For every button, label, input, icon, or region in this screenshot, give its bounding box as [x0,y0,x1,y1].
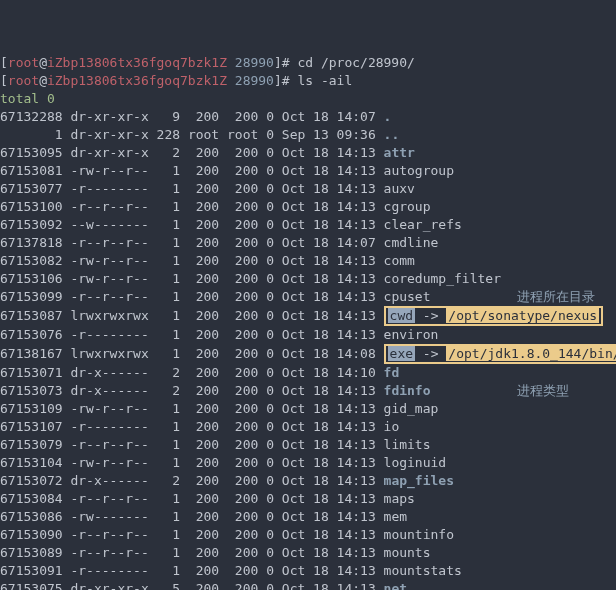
dir-name: fdinfo [384,383,431,398]
file-name: mountinfo [384,527,454,542]
file-name: cpuset [384,289,431,304]
ls-row: 67153073 dr-x------ 2 200 200 0 Oct 18 1… [0,382,616,400]
ls-row: 67153072 dr-x------ 2 200 200 0 Oct 18 1… [0,472,616,490]
dir-name: net [384,581,407,590]
prompt-user: root [8,55,39,70]
file-name: auxv [384,181,415,196]
prompt-line: [root@iZbp13806tx36fgoq7bzk1Z 28990]# cd… [0,54,616,72]
file-name: io [384,419,400,434]
prompt-cwd: 28990 [235,73,274,88]
ls-row: 67153084 -r--r--r-- 1 200 200 0 Oct 18 1… [0,490,616,508]
ls-row: 67153090 -r--r--r-- 1 200 200 0 Oct 18 1… [0,526,616,544]
dir-name: fd [384,365,400,380]
ls-row: 67153091 -r-------- 1 200 200 0 Oct 18 1… [0,562,616,580]
ls-row: 67153076 -r-------- 1 200 200 0 Oct 18 1… [0,326,616,344]
link-target: /opt/jdk1.8.0_144/bin/java [446,346,616,361]
prompt-host: iZbp13806tx36fgoq7bzk1Z [47,73,227,88]
file-name: cmdline [384,235,439,250]
prompt-host: iZbp13806tx36fgoq7bzk1Z [47,55,227,70]
dir-name: attr [384,145,415,160]
dir-name: map_files [384,473,454,488]
prompt-user: root [8,73,39,88]
ls-row: 67132288 dr-xr-xr-x 9 200 200 0 Oct 18 1… [0,108,616,126]
file-name: loginuid [384,455,447,470]
prompt-cwd: 28990 [235,55,274,70]
file-name: limits [384,437,431,452]
file-name: autogroup [384,163,454,178]
file-name: mountstats [384,563,462,578]
annotation-cwd-dir: 进程所在目录 [517,289,595,304]
file-name: mem [384,509,407,524]
link-target: /opt/sonatype/nexus [446,308,599,323]
link-name: cwd [388,308,415,323]
ls-row: 67138167 lrwxrwxrwx 1 200 200 0 Oct 18 1… [0,344,616,364]
ls-row: 1 dr-xr-xr-x 228 root root 0 Sep 13 09:3… [0,126,616,144]
ls-row: 67153100 -r--r--r-- 1 200 200 0 Oct 18 1… [0,198,616,216]
ls-row: 67153107 -r-------- 1 200 200 0 Oct 18 1… [0,418,616,436]
ls-row: 67153087 lrwxrwxrwx 1 200 200 0 Oct 18 1… [0,306,616,326]
command: cd /proc/28990/ [297,55,414,70]
highlight-cwd: cwd -> /opt/sonatype/nexus [384,306,604,326]
terminal-output[interactable]: [root@iZbp13806tx36fgoq7bzk1Z 28990]# cd… [0,54,616,590]
file-name: cgroup [384,199,431,214]
ls-row: 67153109 -rw-r--r-- 1 200 200 0 Oct 18 1… [0,400,616,418]
file-name: clear_refs [384,217,462,232]
ls-row: 67153081 -rw-r--r-- 1 200 200 0 Oct 18 1… [0,162,616,180]
annotation-exe-type: 进程类型 [517,383,569,398]
ls-row: 67153106 -rw-r--r-- 1 200 200 0 Oct 18 1… [0,270,616,288]
ls-row: 67153095 dr-xr-xr-x 2 200 200 0 Oct 18 1… [0,144,616,162]
file-name: maps [384,491,415,506]
file-name: gid_map [384,401,439,416]
ls-row: 67153079 -r--r--r-- 1 200 200 0 Oct 18 1… [0,436,616,454]
ls-row: 67153099 -r--r--r-- 1 200 200 0 Oct 18 1… [0,288,616,306]
ls-row: 67153071 dr-x------ 2 200 200 0 Oct 18 1… [0,364,616,382]
total-line: total 0 [0,90,616,108]
ls-row: 67153089 -r--r--r-- 1 200 200 0 Oct 18 1… [0,544,616,562]
link-name: exe [388,346,415,361]
ls-row: 67153104 -rw-r--r-- 1 200 200 0 Oct 18 1… [0,454,616,472]
ls-row: 67153077 -r-------- 1 200 200 0 Oct 18 1… [0,180,616,198]
file-name: coredump_filter [384,271,501,286]
ls-row: 67153086 -rw------- 1 200 200 0 Oct 18 1… [0,508,616,526]
highlight-exe: exe -> /opt/jdk1.8.0_144/bin/java [384,344,616,364]
file-name: comm [384,253,415,268]
ls-row: 67137818 -r--r--r-- 1 200 200 0 Oct 18 1… [0,234,616,252]
dir-name: . [384,109,392,124]
prompt-line: [root@iZbp13806tx36fgoq7bzk1Z 28990]# ls… [0,72,616,90]
ls-row: 67153075 dr-xr-xr-x 5 200 200 0 Oct 18 1… [0,580,616,590]
command: ls -ail [297,73,352,88]
dir-name: .. [384,127,400,142]
file-name: environ [384,327,439,342]
ls-row: 67153082 -rw-r--r-- 1 200 200 0 Oct 18 1… [0,252,616,270]
file-name: mounts [384,545,431,560]
ls-row: 67153092 --w------- 1 200 200 0 Oct 18 1… [0,216,616,234]
